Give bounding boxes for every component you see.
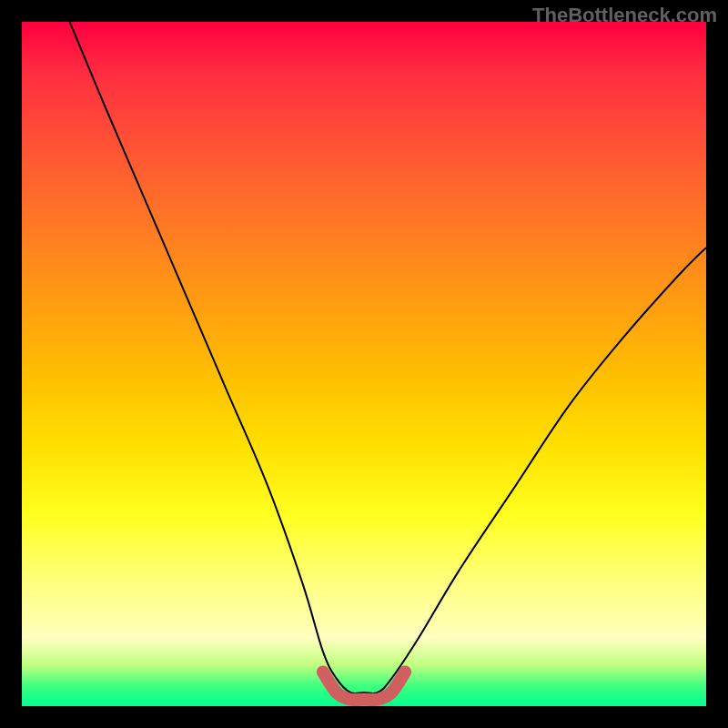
chart-plot-area bbox=[22, 22, 706, 706]
chart-svg bbox=[22, 22, 706, 706]
watermark-text: TheBottleneck.com bbox=[532, 4, 717, 27]
bottleneck-curve-path bbox=[70, 22, 706, 693]
